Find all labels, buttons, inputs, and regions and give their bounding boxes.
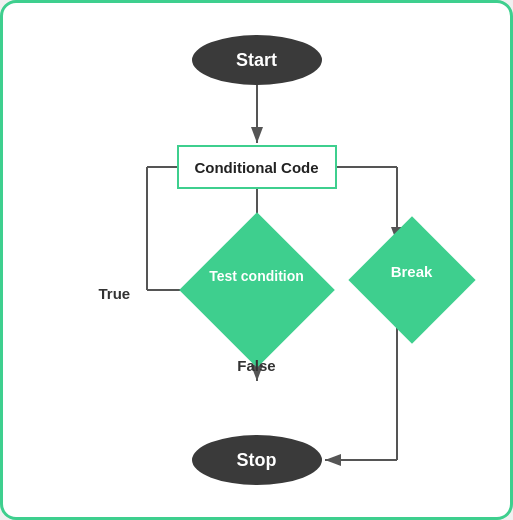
card: Start Conditional Code Test condition Br… bbox=[0, 0, 513, 520]
start-node: Start bbox=[192, 35, 322, 85]
start-label: Start bbox=[236, 50, 277, 71]
flowchart: Start Conditional Code Test condition Br… bbox=[47, 25, 467, 495]
stop-label: Stop bbox=[237, 450, 277, 471]
conditional-label: Conditional Code bbox=[194, 159, 318, 176]
true-label: True bbox=[99, 285, 131, 302]
break-diamond bbox=[348, 216, 475, 343]
stop-node: Stop bbox=[192, 435, 322, 485]
false-label: False bbox=[237, 357, 275, 374]
conditional-node: Conditional Code bbox=[177, 145, 337, 189]
test-condition-diamond bbox=[179, 212, 335, 368]
